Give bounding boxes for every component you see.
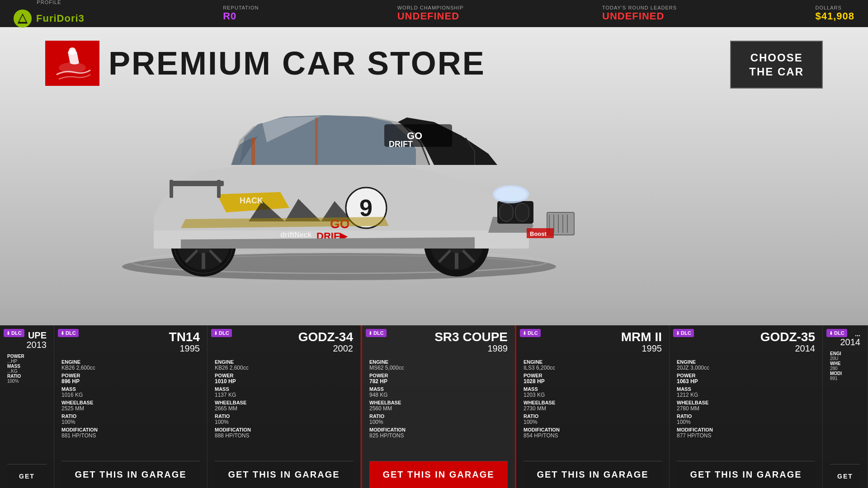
- car-name-3: SR3 COUPE: [369, 331, 508, 343]
- mass-value-5: 1212 KG: [677, 392, 815, 398]
- svg-text:9: 9: [359, 195, 373, 221]
- svg-point-4: [69, 47, 76, 55]
- wheelbase-label-5: WHEELBASE: [677, 400, 815, 405]
- power-value-4: 1028 HP: [524, 378, 662, 385]
- car-card-2: DLC GODZ-34 2002 ENGINE KB26 2,600cc POW…: [208, 325, 361, 488]
- profile-section: PROFILE FuriDori3: [14, 0, 85, 28]
- store-logo: [45, 41, 99, 86]
- get-garage-btn-5[interactable]: GET THIS IN GARAGE: [677, 461, 815, 488]
- engine-value-1: KB26 2,600cc: [61, 365, 200, 371]
- mod-value-2: 888 HP/TONS: [215, 432, 353, 439]
- wheelbase-label-2: WHEELBASE: [215, 400, 353, 405]
- featured-car-svg: GO DRIFT 9 GO DRIF▶: [90, 68, 588, 285]
- dlc-badge-0: DLC: [4, 329, 24, 337]
- top-navigation-bar: PROFILE FuriDori3 REPUTATION R0 WORLD CH…: [0, 0, 868, 27]
- dollars-label: DOLLARS: [815, 5, 841, 10]
- get-garage-btn-1[interactable]: GET THIS IN GARAGE: [61, 461, 200, 488]
- car-card-5: DLC GODZ-35 2014 ENGINE 20JZ 3,000cc POW…: [670, 325, 823, 488]
- svg-rect-47: [170, 181, 224, 186]
- power-value-5: 1063 HP: [677, 378, 815, 385]
- car-year-0: 2013: [7, 340, 47, 350]
- car-name-2: GODZ-34: [215, 331, 353, 343]
- wheelbase-value-3: 2560 MM: [369, 405, 508, 412]
- store-title: PREMIUM CAR STORE: [108, 45, 486, 82]
- mod-label-2: MODIFICATION: [215, 427, 353, 432]
- svg-text:Boost: Boost: [530, 230, 547, 237]
- ratio-label-4: RATIO: [524, 413, 662, 419]
- ratio-value-1: 100%: [61, 419, 200, 425]
- get-garage-btn-3[interactable]: GET THIS IN GARAGE: [369, 461, 508, 488]
- profile-name: FuriDori3: [36, 13, 85, 24]
- mod-label-3: MODIFICATION: [369, 427, 508, 432]
- wheelbase-value-5: 2780 MM: [677, 405, 815, 412]
- engine-value-2: KB26 2,600cc: [215, 365, 353, 371]
- car-year-1: 1995: [61, 343, 200, 354]
- scroll-position-indicator: [407, 481, 461, 483]
- mass-label-4: MASS: [524, 386, 662, 392]
- championship-section: WORLD CHAMPIONSHIP UNDEFINED: [397, 5, 464, 22]
- dlc-badge-4: DLC: [520, 329, 541, 337]
- get-garage-btn-6[interactable]: GET: [830, 464, 860, 488]
- power-value-1: 896 HP: [61, 378, 200, 385]
- get-garage-btn-2[interactable]: GET THIS IN GARAGE: [215, 461, 353, 488]
- mod-value-3: 825 HP/TONS: [369, 432, 508, 439]
- engine-value-4: ILS3 6,200cc: [524, 365, 662, 371]
- profile-label: PROFILE: [37, 0, 61, 5]
- mass-label-3: MASS: [369, 386, 508, 392]
- ratio-label-5: RATIO: [677, 413, 815, 419]
- power-label-1: POWER: [61, 373, 200, 378]
- svg-text:DRIFT: DRIFT: [389, 140, 413, 149]
- dlc-badge-5: DLC: [673, 329, 694, 337]
- svg-rect-49: [217, 180, 221, 198]
- profile-icon: [14, 9, 32, 28]
- ratio-value-3: 100%: [369, 419, 508, 425]
- car-year-5: 2014: [677, 343, 815, 354]
- mass-label-1: MASS: [61, 386, 200, 392]
- car-name-1: TN14: [61, 331, 200, 343]
- car-cards-strip: DLC UPE 2013 POWER ...HP MASS ...KG RATI…: [0, 325, 868, 488]
- mass-value-4: 1203 KG: [524, 392, 662, 398]
- choose-car-button[interactable]: CHOOSETHE CAR: [730, 41, 823, 89]
- engine-value-3: MS62 5,000cc: [369, 365, 508, 371]
- car-display-area: GO DRIFT 9 GO DRIF▶: [90, 63, 588, 289]
- engine-label-3: ENGINE: [369, 359, 508, 365]
- championship-label: WORLD CHAMPIONSHIP: [397, 5, 464, 10]
- power-label-2: POWER: [215, 373, 353, 378]
- store-header: PREMIUM CAR STORE: [45, 41, 486, 86]
- wheelbase-value-2: 2665 MM: [215, 405, 353, 412]
- svg-rect-48: [170, 180, 173, 198]
- engine-value-5: 20JZ 3,000cc: [677, 365, 815, 371]
- svg-rect-36: [515, 203, 529, 221]
- engine-label-5: ENGINE: [677, 359, 815, 365]
- mod-label-1: MODIFICATION: [61, 427, 200, 432]
- engine-label-1: ENGINE: [61, 359, 200, 365]
- dlc-badge-1: DLC: [58, 329, 79, 337]
- mod-value-4: 854 HP/TONS: [524, 432, 662, 439]
- svg-rect-35: [500, 203, 513, 221]
- ratio-value-2: 100%: [215, 419, 353, 425]
- main-content-area: PREMIUM CAR STORE CHOOSETHE CAR: [0, 27, 868, 488]
- championship-value: UNDEFINED: [397, 10, 459, 22]
- mod-label-5: MODIFICATION: [677, 427, 815, 432]
- wheelbase-value-1: 2525 MM: [61, 405, 200, 412]
- svg-text:driftNeck: driftNeck: [280, 231, 311, 239]
- leaders-section: TODAY'S ROUND LEADERS UNDEFINED: [602, 5, 677, 22]
- svg-point-38: [495, 187, 527, 202]
- leaders-value: UNDEFINED: [602, 10, 664, 22]
- power-value-3: 782 HP: [369, 378, 508, 385]
- choose-car-label: CHOOSETHE CAR: [749, 52, 804, 78]
- power-value-2: 1010 HP: [215, 378, 353, 385]
- dlc-badge-2: DLC: [211, 329, 232, 337]
- ratio-label-1: RATIO: [61, 413, 200, 419]
- reputation-label: REPUTATION: [223, 5, 259, 10]
- get-garage-btn-0[interactable]: GET: [7, 464, 47, 488]
- power-label-4: POWER: [524, 373, 662, 378]
- svg-text:HACK: HACK: [240, 196, 263, 205]
- car-card-1: DLC TN14 1995 ENGINE KB26 2,600cc POWER …: [54, 325, 208, 488]
- ratio-label-2: RATIO: [215, 413, 353, 419]
- mod-label-4: MODIFICATION: [524, 427, 662, 432]
- wheelbase-value-4: 2730 MM: [524, 405, 662, 412]
- get-garage-btn-4[interactable]: GET THIS IN GARAGE: [524, 461, 662, 488]
- dollars-section: DOLLARS $41,908: [815, 5, 854, 22]
- car-year-6: 2014: [830, 337, 860, 347]
